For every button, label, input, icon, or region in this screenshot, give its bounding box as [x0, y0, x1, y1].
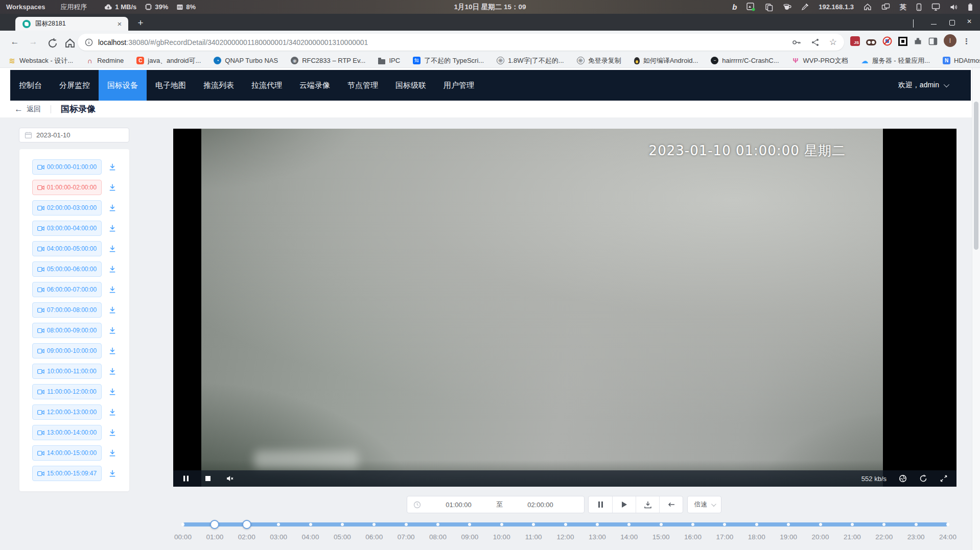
bookmark-item[interactable]: IPC	[378, 57, 400, 64]
segment-pill[interactable]: 13:00:00-14:00:00	[32, 425, 102, 440]
browser-forward-button[interactable]	[28, 36, 39, 47]
refresh-button[interactable]	[919, 474, 927, 483]
bookmark-item[interactable]: Webstack - 设计...	[8, 56, 73, 65]
input-method-indicator[interactable]: 英	[900, 3, 906, 12]
clock[interactable]: 1月10日 星期二 15：09	[454, 3, 526, 12]
segment-download-button[interactable]	[108, 326, 117, 335]
address-bar[interactable]: localhost:38080/#/gbRecordDetail/3402000…	[78, 34, 844, 51]
nav-tab-2[interactable]: 分屏监控	[51, 70, 99, 101]
nav-tab-3[interactable]: 国标设备	[99, 70, 147, 101]
bookmark-item[interactable]: 1.8W字|了不起的...	[497, 56, 564, 65]
volume-tray-icon[interactable]	[950, 4, 958, 11]
site-info-icon[interactable]	[85, 38, 93, 46]
nav-tab-1[interactable]: 控制台	[10, 70, 51, 101]
segment-download-button[interactable]	[108, 346, 117, 355]
playback-speed-dropdown[interactable]: 倍速	[687, 496, 721, 513]
segment-download-button[interactable]	[108, 203, 117, 212]
play-button[interactable]	[612, 496, 636, 513]
segment-download-button[interactable]	[108, 367, 117, 376]
time-range-input[interactable]: 01:00:00 至 02:00:00	[407, 496, 585, 513]
segment-pill[interactable]: 12:00:00-13:00:00	[32, 404, 102, 420]
window-maximize-button[interactable]	[949, 19, 955, 26]
browser-profile-avatar[interactable]: I	[944, 34, 956, 47]
segment-pill[interactable]: 08:00:00-09:00:00	[32, 323, 102, 338]
seek-back-button[interactable]	[659, 496, 683, 513]
segment-download-button[interactable]	[108, 224, 117, 233]
date-picker[interactable]: 2023-01-10	[19, 128, 129, 142]
bookmark-item[interactable]: java、android可...	[136, 56, 201, 65]
window-minimize-button[interactable]	[931, 19, 937, 26]
segment-pill[interactable]: 03:00:00-04:00:00	[32, 221, 102, 236]
privacy-mask-extension-icon[interactable]	[866, 39, 876, 45]
segment-download-button[interactable]	[108, 408, 117, 417]
segment-download-button[interactable]	[108, 448, 117, 458]
battery-tray-icon[interactable]	[968, 3, 973, 11]
applications-button[interactable]: 应用程序	[60, 3, 87, 12]
user-menu[interactable]: 欢迎，admin	[898, 70, 971, 101]
video-player[interactable]: 2023-01-10 01:00:00 星期二 552 kb/s	[173, 129, 956, 487]
end-time-value[interactable]: 02:00:00	[503, 501, 578, 509]
back-arrow-icon[interactable]	[14, 104, 23, 114]
blocker-extension-icon[interactable]	[882, 36, 892, 46]
page-scrollbar[interactable]	[972, 68, 980, 550]
share-icon[interactable]	[811, 38, 819, 46]
browser-reload-button[interactable]	[47, 38, 58, 49]
password-key-icon[interactable]	[792, 39, 801, 46]
segment-pill[interactable]: 04:00:00-05:00:00	[32, 241, 102, 256]
segment-pill[interactable]: 00:00:00-01:00:00	[32, 159, 102, 175]
segment-pill[interactable]: 05:00:00-06:00:00	[32, 261, 102, 277]
browser-menu-icon[interactable]	[963, 37, 970, 46]
nav-tab-9[interactable]: 国标级联	[387, 70, 435, 101]
nav-tab-10[interactable]: 用户管理	[435, 70, 483, 101]
segment-pill[interactable]: 14:00:00-15:00:00	[32, 445, 102, 461]
home-tray-icon[interactable]	[864, 3, 872, 11]
nav-tab-8[interactable]: 节点管理	[339, 70, 387, 101]
segment-download-button[interactable]	[108, 469, 117, 478]
segment-pill[interactable]: 10:00:00-11:00:00	[32, 364, 102, 379]
player-stop-button[interactable]	[204, 474, 212, 483]
tab-search-chevron-icon[interactable]	[913, 19, 914, 28]
bookmark-item[interactable]: RFC2833 – RTP Ev...	[291, 57, 365, 64]
scrollbar-thumb[interactable]	[974, 102, 978, 250]
nav-tab-4[interactable]: 电子地图	[147, 70, 195, 101]
player-pause-button[interactable]	[182, 474, 190, 483]
nav-tab-5[interactable]: 推流列表	[195, 70, 243, 101]
bookmark-item[interactable]: 服务器 - 轻量应用...	[861, 56, 930, 65]
clipboard-tray-icon[interactable]	[765, 3, 773, 11]
download-button[interactable]	[636, 496, 659, 513]
extensions-puzzle-icon[interactable]	[914, 37, 922, 45]
nav-tab-6[interactable]: 拉流代理	[243, 70, 291, 101]
segment-download-button[interactable]	[108, 244, 117, 253]
tab-close-icon[interactable]	[115, 20, 124, 28]
pause-button[interactable]	[589, 496, 612, 513]
dark-square-extension-icon[interactable]	[898, 37, 907, 46]
app-window-tray-icon[interactable]	[746, 3, 755, 11]
segment-download-button[interactable]	[108, 387, 117, 396]
window-close-button[interactable]	[967, 19, 973, 26]
bing-tray-icon[interactable]: b	[732, 3, 737, 11]
color-picker-tray-icon[interactable]	[801, 3, 809, 11]
phone-tray-icon[interactable]	[916, 3, 922, 11]
snapshot-aperture-button[interactable]	[899, 474, 907, 483]
coffee-cup-tray-icon[interactable]	[783, 3, 791, 11]
bookmark-item[interactable]: 了不起的 TypeScri...	[413, 56, 484, 65]
segment-pill[interactable]: 01:00:00-02:00:00	[32, 180, 102, 195]
segment-pill[interactable]: 09:00:00-10:00:00	[32, 343, 102, 358]
bookmark-star-icon[interactable]	[829, 37, 837, 47]
segment-download-button[interactable]	[108, 428, 117, 437]
sidebar-toggle-icon[interactable]	[928, 37, 938, 45]
bookmark-item[interactable]: HDAtmos :: 种子 *...	[943, 56, 980, 65]
workspaces-tray-icon[interactable]	[881, 3, 890, 11]
segment-download-button[interactable]	[108, 285, 117, 294]
js-extension-icon[interactable]: JS	[850, 36, 860, 46]
browser-back-button[interactable]	[9, 36, 20, 47]
workspaces-button[interactable]: Workspaces	[6, 3, 45, 11]
timeline-handle[interactable]	[242, 520, 251, 529]
timeline-handle[interactable]	[210, 520, 219, 529]
segment-pill[interactable]: 02:00:00-03:00:00	[32, 200, 102, 216]
bookmark-item[interactable]: 免登录复制	[577, 56, 621, 65]
new-tab-button[interactable]	[134, 17, 147, 30]
browser-tab[interactable]: 国标28181	[15, 17, 128, 31]
segment-pill[interactable]: 15:00:00-15:09:47	[32, 466, 102, 481]
display-tray-icon[interactable]	[931, 3, 940, 11]
